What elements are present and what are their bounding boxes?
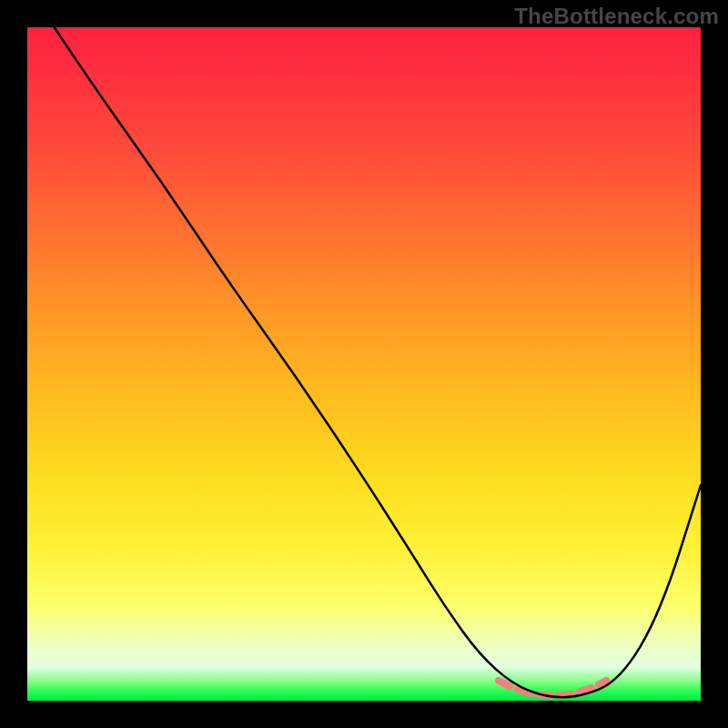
- chart-frame: TheBottleneck.com: [0, 0, 728, 728]
- watermark-text: TheBottleneck.com: [514, 4, 719, 29]
- bottleneck-curve-path: [55, 27, 701, 697]
- plot-area: [27, 27, 701, 701]
- chart-svg: [27, 27, 701, 701]
